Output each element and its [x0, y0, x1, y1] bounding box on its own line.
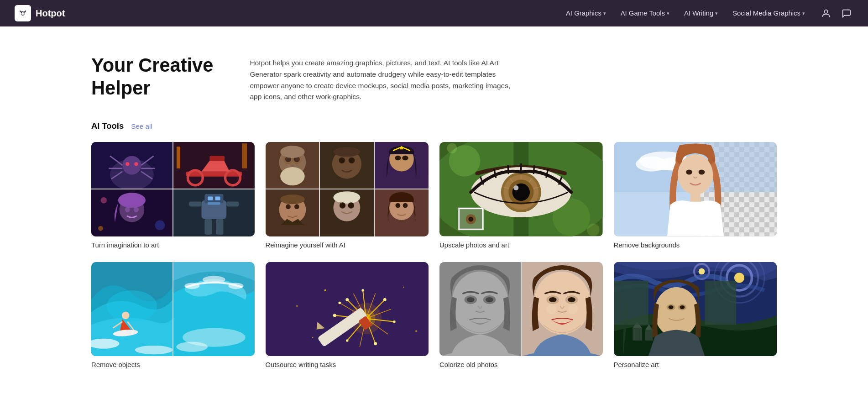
svg-rect-33	[208, 197, 213, 200]
svg-point-154	[346, 339, 349, 342]
svg-point-48	[280, 146, 305, 158]
svg-line-91	[508, 165, 508, 174]
tool-thumb-personalize	[614, 262, 777, 356]
tool-thumb-remove-objects	[91, 262, 255, 356]
svg-point-67	[340, 203, 345, 209]
hero-right: Hotpot helps you create amazing graphics…	[250, 54, 777, 103]
hero-left: Your Creative Helper	[91, 54, 213, 100]
tool-card-upscale[interactable]: Upscale photos and art	[439, 142, 603, 249]
tool-card-colorize[interactable]: Colorize old photos	[439, 262, 603, 369]
mosaic-cell	[91, 189, 173, 236]
svg-point-117	[107, 290, 157, 321]
chat-icon[interactable]	[839, 6, 853, 21]
svg-point-151	[383, 298, 386, 301]
svg-point-162	[415, 330, 417, 332]
svg-point-1	[21, 12, 22, 14]
svg-point-127	[228, 283, 243, 289]
tool-thumb-reimagine	[266, 142, 429, 236]
svg-point-155	[333, 314, 336, 317]
svg-point-178	[568, 304, 578, 314]
tool-card-remove-objects[interactable]: Remove objects	[91, 262, 255, 369]
tool-label-reimagine: Reimagine yourself with AI	[266, 242, 345, 249]
svg-rect-195	[614, 281, 648, 325]
nav-ai-writing[interactable]: AI Writing ▾	[678, 6, 724, 21]
tool-card-reimagine[interactable]: Reimagine yourself with AI	[266, 142, 429, 249]
svg-rect-36	[189, 202, 201, 207]
svg-point-101	[587, 224, 600, 236]
svg-point-62	[286, 205, 291, 210]
svg-point-28	[155, 220, 165, 231]
svg-point-194	[680, 305, 685, 309]
svg-point-150	[361, 289, 364, 292]
svg-rect-186	[633, 328, 642, 341]
svg-point-161	[403, 286, 404, 288]
tool-label-writing: Outsource writing tasks	[266, 361, 336, 368]
mosaic-cell	[375, 142, 429, 189]
svg-point-126	[203, 276, 225, 284]
see-all-link[interactable]: See all	[131, 122, 152, 130]
tools-header: AI Tools See all	[91, 121, 777, 131]
svg-point-118	[122, 311, 130, 319]
svg-point-113	[686, 170, 692, 175]
mosaic-cell	[439, 262, 521, 356]
svg-point-58	[402, 156, 408, 161]
tool-label-remove-objects: Remove objects	[91, 361, 140, 368]
svg-point-99	[468, 217, 473, 222]
nav-ai-game-tools[interactable]: AI Game Tools ▾	[614, 6, 676, 21]
svg-rect-39	[216, 219, 223, 235]
svg-point-193	[668, 305, 673, 309]
svg-point-71	[396, 203, 401, 208]
svg-point-169	[467, 297, 475, 302]
svg-rect-16	[186, 172, 242, 177]
tool-thumb-upscale	[439, 142, 603, 236]
tool-card-remove-bg[interactable]: Remove backgrounds	[614, 142, 777, 249]
tool-label-upscale: Upscale photos and art	[439, 242, 509, 249]
svg-point-42	[280, 167, 305, 185]
hero-description: Hotpot helps you create amazing graphics…	[250, 58, 514, 103]
user-icon[interactable]	[819, 6, 833, 21]
logo[interactable]: Hotpot	[15, 5, 65, 21]
svg-rect-35	[208, 202, 220, 205]
svg-point-52	[349, 158, 355, 163]
svg-rect-187	[645, 330, 653, 340]
tool-label-turn-imagination: Turn imagination to art	[91, 242, 159, 249]
svg-point-100	[447, 143, 457, 153]
svg-point-26	[134, 207, 139, 212]
svg-point-163	[312, 336, 313, 338]
svg-point-53	[334, 147, 361, 157]
mosaic-cell	[375, 189, 429, 236]
tool-card-writing[interactable]: Outsource writing tasks	[266, 262, 429, 369]
mosaic-cell	[91, 142, 173, 189]
chevron-down-icon: ▾	[667, 10, 669, 16]
svg-point-3	[824, 10, 827, 13]
hero-section: Your Creative Helper Hotpot helps you cr…	[0, 26, 868, 121]
chevron-down-icon: ▾	[715, 10, 718, 16]
chevron-down-icon: ▾	[802, 10, 805, 16]
nav-links: AI Graphics ▾ AI Game Tools ▾ AI Writing…	[559, 6, 811, 21]
svg-point-152	[393, 320, 396, 323]
mosaic-cell	[266, 142, 319, 189]
svg-rect-131	[266, 262, 429, 356]
svg-point-149	[345, 298, 349, 301]
svg-point-170	[486, 297, 493, 302]
tool-card-personalize[interactable]: Personalize art	[614, 262, 777, 369]
tools-grid: Turn imagination to art	[91, 142, 777, 369]
logo-icon	[15, 5, 31, 21]
mosaic-cell	[91, 262, 173, 356]
nav-ai-graphics[interactable]: AI Graphics ▾	[559, 6, 612, 21]
tool-thumb-writing	[266, 262, 429, 356]
svg-point-177	[546, 304, 556, 314]
svg-point-176	[568, 297, 575, 302]
svg-line-93	[533, 165, 534, 174]
tool-label-personalize: Personalize art	[614, 361, 659, 368]
mosaic-cell	[173, 142, 255, 189]
mosaic-cell	[173, 189, 255, 236]
svg-point-112	[678, 155, 713, 195]
mosaic-cell	[320, 189, 374, 236]
tool-card-turn-imagination[interactable]: Turn imagination to art	[91, 142, 255, 249]
svg-point-114	[698, 170, 705, 175]
svg-point-63	[294, 205, 299, 210]
nav-social-media[interactable]: Social Media Graphics ▾	[726, 6, 811, 21]
svg-rect-19	[209, 156, 225, 161]
svg-point-25	[125, 207, 130, 212]
